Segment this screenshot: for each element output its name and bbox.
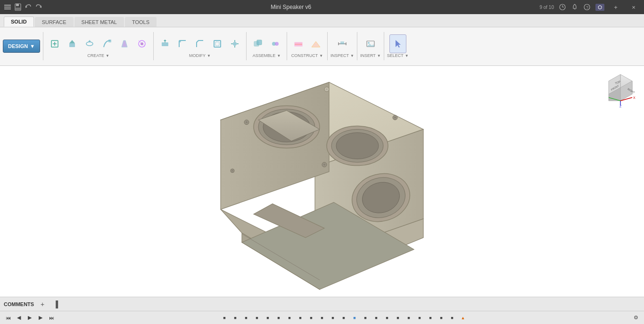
timeline-step-19[interactable]: ■	[414, 313, 425, 323]
press-pull-button[interactable]	[157, 34, 173, 53]
tab-sheet-metal[interactable]: SHEET METAL	[74, 17, 124, 27]
timeline-step-2[interactable]: ■	[230, 313, 240, 323]
nav-last-button[interactable]: ⏭	[46, 313, 57, 323]
modify-label-row[interactable]: MODIFY ▼	[189, 53, 211, 58]
add-tab-button[interactable]: +	[609, 2, 622, 12]
timeline-step-20[interactable]: ■	[425, 313, 436, 323]
separator-3	[246, 32, 247, 60]
toolbar-tabs: SOLID SURFACE SHEET METAL TOOLS	[0, 14, 644, 27]
svg-point-28	[179, 40, 181, 42]
user-avatar[interactable]: ⬡	[595, 4, 604, 11]
timeline-step-17[interactable]: ■	[393, 313, 403, 323]
select-button[interactable]	[389, 34, 406, 53]
design-button[interactable]: DESIGN ▼	[3, 40, 40, 53]
modify-label: MODIFY	[189, 53, 206, 58]
timeline-step-10[interactable]: ■	[317, 313, 327, 323]
toolbar-container: SOLID SURFACE SHEET METAL TOOLS DESIGN ▼	[0, 14, 644, 66]
shell-button[interactable]	[209, 34, 226, 53]
timeline-step-13[interactable]: ■	[349, 313, 360, 323]
bell-icon[interactable]	[571, 3, 578, 11]
title-bar: Mini Speaker v6 9 of 10 ? ⬡ + ×	[0, 0, 644, 14]
chamfer-button[interactable]	[191, 34, 208, 53]
settings-button[interactable]: ⚙	[631, 313, 641, 323]
inspect-arrow: ▼	[350, 54, 354, 58]
select-group: SELECT ▼	[387, 34, 409, 58]
svg-marker-27	[164, 40, 166, 41]
comments-expand-button[interactable]: ▐	[51, 300, 60, 309]
separator-4	[287, 32, 287, 60]
offset-plane-button[interactable]	[290, 34, 307, 53]
nav-first-button[interactable]: ⏮	[3, 313, 13, 323]
title-bar-right: 9 of 10 ? ⬡ + ×	[539, 2, 640, 12]
separator-2	[153, 32, 154, 60]
timeline-step-7[interactable]: ■	[284, 313, 295, 323]
timeline-step-22[interactable]: ■	[447, 313, 457, 323]
viewport[interactable]: TOP RIGHT FRONT Z X	[0, 66, 644, 297]
special-button[interactable]	[133, 34, 150, 53]
insert-image-button[interactable]	[362, 34, 379, 53]
app-menu-icon[interactable]	[4, 3, 11, 11]
timeline-step-3[interactable]: ■	[241, 313, 251, 323]
fillet-button[interactable]	[174, 34, 191, 53]
inspect-label-row[interactable]: INSPECT ▼	[330, 53, 354, 58]
new-component-button[interactable]	[249, 34, 266, 53]
timeline-step-12[interactable]: ■	[339, 313, 349, 323]
comments-add-button[interactable]: +	[38, 300, 47, 309]
toolbar-main: DESIGN ▼	[0, 27, 644, 65]
measure-button[interactable]	[334, 34, 351, 53]
save-icon[interactable]	[14, 3, 22, 11]
tab-surface[interactable]: SURFACE	[35, 17, 74, 27]
timeline-step-18[interactable]: ■	[404, 313, 414, 323]
sweep-button[interactable]	[99, 34, 116, 53]
separator-5	[327, 32, 328, 60]
help-icon[interactable]: ?	[583, 3, 591, 11]
svg-rect-37	[257, 40, 262, 45]
timeline-step-16[interactable]: ■	[382, 313, 392, 323]
nav-prev-button[interactable]: ◀	[14, 313, 24, 323]
revolve-button[interactable]	[81, 34, 98, 53]
create-label-row[interactable]: CREATE ▼	[87, 53, 109, 58]
viewcube[interactable]: TOP RIGHT FRONT Z X	[602, 71, 639, 108]
svg-point-62	[336, 133, 379, 159]
timeline-step-4[interactable]: ■	[252, 313, 262, 323]
version-info: 9 of 10	[539, 5, 554, 10]
loft-button[interactable]	[116, 34, 133, 53]
svg-rect-2	[4, 8, 11, 9]
timeline-step-8[interactable]: ■	[295, 313, 305, 323]
inspect-group: INSPECT ▼	[330, 34, 354, 58]
close-button[interactable]: ×	[627, 2, 640, 12]
timeline-step-21[interactable]: ■	[436, 313, 446, 323]
insert-label-row[interactable]: INSERT ▼	[360, 53, 381, 58]
modify-group: MODIFY ▼	[157, 34, 243, 58]
construct-label-row[interactable]: CONSTRUCT ▼	[291, 53, 323, 58]
nav-next-button[interactable]: ▶	[35, 313, 46, 323]
timeline-step-1[interactable]: ■	[219, 313, 230, 323]
nav-play-button[interactable]: ▶	[25, 313, 35, 323]
joint-button[interactable]	[267, 34, 284, 53]
timeline-step-9[interactable]: ■	[306, 313, 316, 323]
tab-tools[interactable]: TOOLS	[125, 17, 157, 27]
timeline-step-14[interactable]: ■	[360, 313, 371, 323]
insert-label: INSERT	[360, 53, 376, 58]
construct-label: CONSTRUCT	[291, 53, 318, 58]
timeline-step-6[interactable]: ■	[273, 313, 284, 323]
bottom-right: ⚙	[631, 313, 641, 323]
assemble-label-row[interactable]: ASSEMBLE ▼	[253, 53, 281, 58]
select-label-row[interactable]: SELECT ▼	[387, 53, 409, 58]
timeline-step-5[interactable]: ■	[263, 313, 273, 323]
inspect-buttons-row	[334, 34, 351, 53]
move-button[interactable]	[226, 34, 243, 53]
tab-solid[interactable]: SOLID	[4, 16, 34, 27]
new-body-button[interactable]	[46, 34, 63, 53]
timeline-step-15[interactable]: ■	[371, 313, 381, 323]
midplane-button[interactable]	[307, 34, 324, 53]
construct-group: CONSTRUCT ▼	[290, 34, 324, 58]
undo-icon[interactable]	[25, 3, 32, 11]
redo-icon[interactable]	[35, 3, 42, 11]
title-bar-center: Mini Speaker v6	[42, 4, 539, 10]
timeline-step-23[interactable]: ▲	[458, 313, 468, 323]
svg-point-71	[394, 117, 396, 119]
timeline-step-11[interactable]: ■	[328, 313, 338, 323]
assemble-group: ASSEMBLE ▼	[249, 34, 284, 58]
extrude-button[interactable]	[64, 34, 81, 53]
